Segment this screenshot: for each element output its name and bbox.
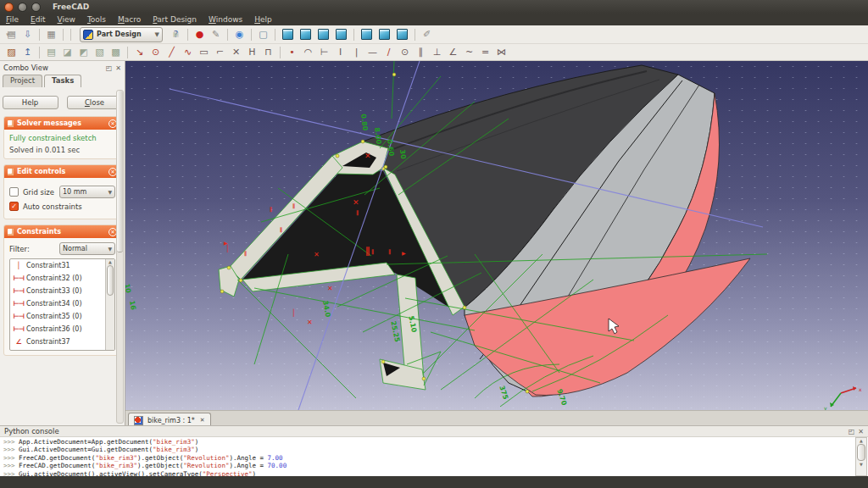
help-button[interactable]: Help: [3, 96, 58, 109]
svg-text:∥: ∥: [270, 206, 272, 213]
menu-file[interactable]: File: [0, 15, 25, 24]
view-rear-icon[interactable]: [361, 29, 372, 40]
close-window-button[interactable]: [4, 3, 14, 12]
toolbar-separator: [70, 29, 71, 41]
constraint-item[interactable]: ⊢⊣Constraint36 (0): [10, 323, 114, 336]
close-tab-icon[interactable]: ✕: [200, 417, 205, 424]
view-isometric-icon[interactable]: [282, 29, 293, 40]
tab-project[interactable]: Project: [3, 75, 42, 87]
constraint-list: ▲ │Constraint31⊢⊣Constraint32 (0)⊢⊣Const…: [9, 258, 115, 351]
save-document-icon[interactable]: ⇩: [20, 28, 35, 42]
constraint-item[interactable]: ⊢⊣Constraint33 (0): [10, 285, 114, 297]
constraint-filter-select[interactable]: Normal ▼: [59, 242, 115, 255]
view-left-icon[interactable]: [397, 29, 408, 40]
constrain-distance-icon[interactable]: ∕: [381, 46, 396, 59]
paste-icon[interactable]: ▦: [44, 28, 58, 42]
float-panel-icon[interactable]: ◰: [106, 64, 113, 72]
workbench-selector[interactable]: Part Design ▼: [80, 27, 163, 42]
merge-sketches-icon[interactable]: ▩: [108, 46, 123, 59]
trim-edge-icon[interactable]: ✕: [229, 46, 243, 59]
chevron-down-icon: ▼: [155, 31, 159, 38]
constrain-coincident-icon[interactable]: •: [285, 46, 299, 59]
3d-viewport[interactable]: ✕ ✕ ✕ ✕ ✕ ∥ ∥ ∥ ∥ ∥ ∥ ∥ ∥ │ │ ▶ ▶: [125, 61, 868, 410]
toggle-construction-icon[interactable]: ⊓: [261, 46, 275, 59]
external-geometry-icon[interactable]: H: [245, 46, 259, 59]
svg-text:∥: ∥: [365, 246, 370, 257]
create-line-icon[interactable]: ╱: [164, 46, 179, 59]
view-bottom-icon[interactable]: [379, 29, 390, 40]
measure-distance-icon[interactable]: ✐: [420, 28, 434, 42]
validate-sketch-icon[interactable]: ▧: [92, 46, 107, 59]
view-section-icon[interactable]: ▤: [44, 46, 58, 59]
constraint-item[interactable]: ∠Constraint37: [10, 336, 114, 348]
constrain-symmetric-icon[interactable]: ⋈: [494, 46, 509, 59]
toolbar-separator: [280, 47, 281, 58]
create-spline-icon[interactable]: ∿: [181, 46, 195, 59]
view-right-icon[interactable]: [336, 29, 347, 40]
solver-detail: Solved in 0.011 sec: [9, 146, 115, 154]
macro-record-icon[interactable]: ●: [192, 28, 207, 42]
refresh-icon[interactable]: ⟳: [4, 28, 19, 42]
solver-status: Fully constrained sketch: [9, 134, 115, 142]
constraint-item[interactable]: ⊢⊣Constraint35 (0): [10, 310, 114, 323]
view-front-icon[interactable]: [300, 29, 311, 40]
menu-help[interactable]: Help: [248, 15, 278, 24]
create-fillet-icon[interactable]: ⌐: [213, 46, 227, 59]
minimize-window-button[interactable]: [18, 3, 27, 12]
maximize-window-button[interactable]: [31, 3, 41, 12]
axis-indicator: x y: [824, 386, 862, 410]
create-rectangle-icon[interactable]: ▭: [197, 46, 211, 59]
panel-scrollbar[interactable]: [116, 90, 124, 424]
menu-view[interactable]: View: [52, 15, 81, 24]
constraint-item[interactable]: │Constraint31: [10, 259, 114, 272]
leave-sketch-icon[interactable]: ↥: [20, 46, 35, 59]
constrain-horizontal-icon[interactable]: —: [365, 46, 380, 59]
menu-edit[interactable]: Edit: [25, 15, 51, 24]
constrain-angle-icon[interactable]: ∠: [446, 46, 460, 59]
constrain-vertical-icon[interactable]: |: [349, 46, 364, 59]
close-panel-icon[interactable]: ✕: [115, 64, 121, 72]
close-panel-icon[interactable]: ✕: [858, 428, 864, 435]
edit-sketch-icon[interactable]: ▨: [4, 46, 19, 59]
view-top-icon[interactable]: [318, 29, 329, 40]
constrain-horizontal-distance-icon[interactable]: ⊢: [317, 46, 331, 59]
draw-style-icon[interactable]: ▢: [256, 28, 270, 42]
grid-size-checkbox[interactable]: [9, 187, 19, 197]
grid-size-select[interactable]: 10 mm ▼: [59, 186, 115, 198]
svg-text:✕: ✕: [364, 152, 371, 160]
toolbar-separator: [39, 29, 40, 41]
menu-windows[interactable]: Windows: [203, 15, 248, 24]
create-polyline-icon[interactable]: ↘: [132, 46, 147, 59]
python-console[interactable]: >>> App.ActiveDocument=App.getDocument("…: [0, 436, 868, 476]
map-sketch-icon[interactable]: ◪: [60, 46, 75, 59]
constrain-perpendicular-icon[interactable]: ⊥: [430, 46, 444, 59]
menu-macro[interactable]: Macro: [112, 15, 147, 24]
macro-edit-icon[interactable]: ✎: [209, 28, 223, 42]
svg-text:▶: ▶: [402, 250, 406, 256]
reorient-sketch-icon[interactable]: ◩: [76, 46, 91, 59]
constrain-vertical-distance-icon[interactable]: I: [333, 46, 348, 59]
console-scrollbar[interactable]: ▲▼: [855, 437, 867, 476]
menubar: FileEditViewToolsMacroPart DesignWindows…: [0, 14, 868, 25]
chevron-down-icon: ▼: [108, 246, 112, 252]
close-task-button[interactable]: Close: [67, 96, 123, 109]
constrain-radius-icon[interactable]: ⊙: [398, 46, 412, 59]
constrain-equal-icon[interactable]: =: [478, 46, 492, 59]
tab-tasks[interactable]: Tasks: [44, 75, 81, 87]
constraint-item[interactable]: ⊢⊣Constraint32 (0): [10, 272, 114, 285]
constrain-parallel-icon[interactable]: ∥: [414, 46, 428, 59]
float-panel-icon[interactable]: ◰: [849, 428, 855, 435]
create-circle-icon[interactable]: ⊙: [148, 46, 163, 59]
menu-tools[interactable]: Tools: [81, 15, 112, 24]
fit-all-icon[interactable]: ◉: [232, 28, 247, 42]
svg-text:✕: ✕: [314, 251, 320, 258]
toolbar-separator: [127, 47, 128, 58]
constrain-tangent-icon[interactable]: ~: [462, 46, 476, 59]
constraint-item[interactable]: ⊢⊣Constraint34 (0): [10, 297, 114, 310]
constrain-point-on-object-icon[interactable]: ◠: [301, 46, 315, 59]
menu-part-design[interactable]: Part Design: [147, 15, 203, 24]
macro-play-icon[interactable]: ▶: [169, 28, 183, 42]
auto-constraints-checkbox[interactable]: ✓: [9, 202, 19, 211]
list-scrollbar[interactable]: ▲: [105, 259, 114, 350]
svg-text:∥: ∥: [244, 250, 247, 257]
